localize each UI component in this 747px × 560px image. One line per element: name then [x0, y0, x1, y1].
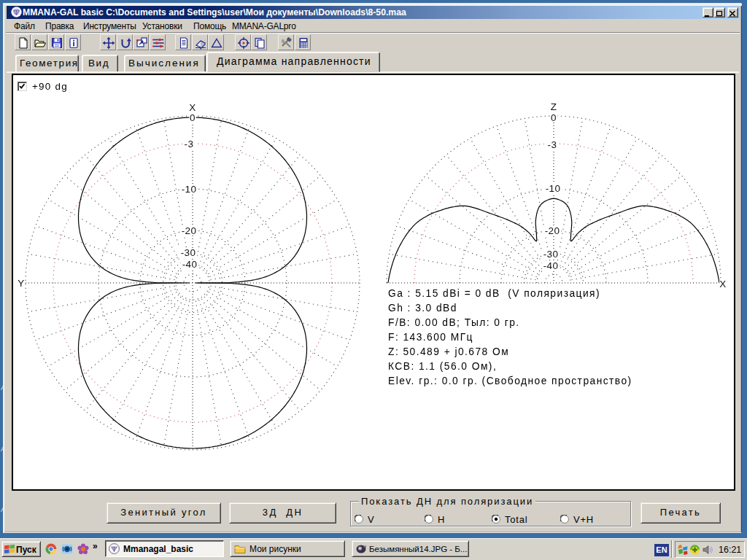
- svg-text:Z: Z: [551, 101, 557, 112]
- svg-text:-40: -40: [182, 259, 198, 270]
- svg-text:-30: -30: [543, 249, 559, 260]
- svg-text:0: 0: [190, 112, 196, 123]
- svg-text:-3: -3: [548, 139, 557, 150]
- svg-text:-3: -3: [185, 139, 194, 149]
- svg-text:X: X: [189, 102, 196, 113]
- svg-text:Y: Y: [18, 278, 24, 289]
- svg-text:X: X: [719, 279, 726, 289]
- svg-text:-10: -10: [182, 184, 197, 195]
- svg-text:-20: -20: [545, 225, 560, 236]
- svg-text:-10: -10: [546, 183, 561, 194]
- svg-text:-40: -40: [543, 260, 559, 271]
- svg-text:0: 0: [551, 112, 557, 123]
- svg-text:-30: -30: [181, 247, 196, 258]
- svg-text:-20: -20: [182, 225, 197, 236]
